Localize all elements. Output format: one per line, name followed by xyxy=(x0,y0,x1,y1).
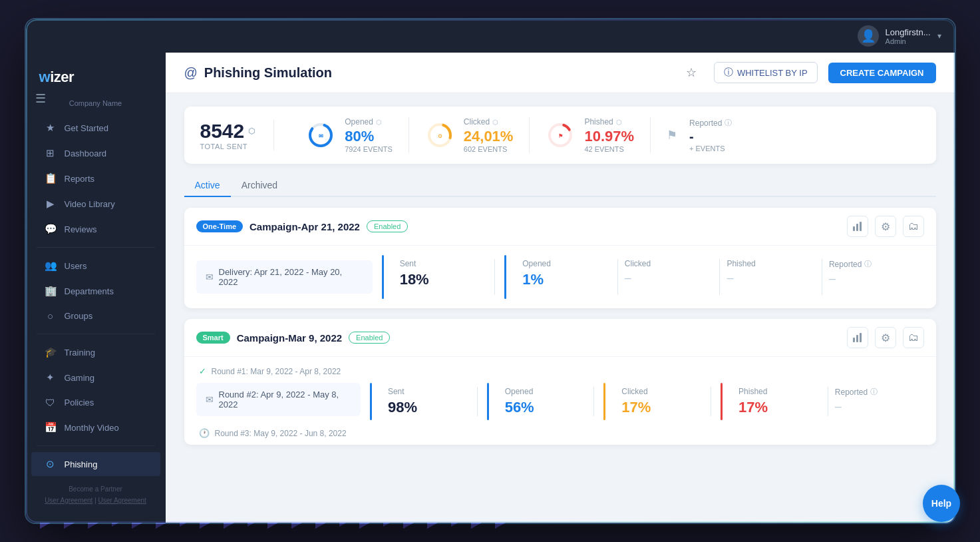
sidebar-item-label: Phishing xyxy=(65,459,98,469)
metric-clicked-2: Clicked 17% xyxy=(615,383,711,420)
sidebar-item-label: Monthly Video xyxy=(65,423,119,433)
svg-rect-10 xyxy=(856,224,858,231)
stat-opened: ✉ Opened ⬡ 80% 7924 EVENTS xyxy=(290,117,409,153)
user-agreement-link-2[interactable]: User Agreement xyxy=(98,497,146,504)
opened-ext-icon[interactable]: ⬡ xyxy=(376,119,382,126)
tab-active[interactable]: Active xyxy=(184,174,231,197)
delivery-text-1: Delivery: Apr 21, 2022 - May 20, 2022 xyxy=(219,267,363,287)
sent-label-1: Sent xyxy=(400,259,488,268)
reported-label-1: Reported ⓘ xyxy=(829,259,917,269)
round-2-delivery: ✉ Round #2: Apr 9, 2022 - May 8, 2022 xyxy=(196,383,361,420)
campaign-header-1: One-Time Campaign-Apr 21, 2022 Enabled xyxy=(184,208,936,246)
sidebar-item-reviews[interactable]: 💬 Reviews xyxy=(31,217,160,241)
reported-info-icon: ⓘ xyxy=(725,118,732,128)
metric-divider-sent-1 xyxy=(382,255,384,299)
sidebar-item-get-started[interactable]: ★ Get Started xyxy=(31,116,160,140)
campaign-card-1: One-Time Campaign-Apr 21, 2022 Enabled xyxy=(184,208,936,308)
stat-reported: ⚑ Reported ⓘ - + EVENTS xyxy=(651,118,748,152)
logo-w: w xyxy=(39,69,51,85)
opened-value-1: 1% xyxy=(522,271,611,288)
gaming-icon: ✦ xyxy=(45,372,57,384)
page-title-area: @ Phishing Simulation xyxy=(184,65,333,81)
metric-divider-sent-2 xyxy=(370,383,372,420)
round-item-3: 🕐 Round #3: May 9, 2022 - Jun 8, 2022 xyxy=(196,424,924,445)
sidebar-item-label: Get Started xyxy=(65,123,108,133)
reported-label: Reported ⓘ xyxy=(689,118,732,128)
metric-divider-opened-2 xyxy=(487,383,489,420)
hamburger-icon[interactable]: ☰ xyxy=(35,91,46,106)
users-icon: 👥 xyxy=(45,260,57,272)
reports-icon: 📋 xyxy=(45,172,57,184)
settings-button-2[interactable]: ⚙ xyxy=(875,327,896,348)
sidebar-item-departments[interactable]: 🏢 Departments xyxy=(31,279,160,303)
create-campaign-button[interactable]: CREATE CAMPAIGN xyxy=(828,63,936,83)
help-button[interactable]: Help xyxy=(923,485,960,522)
sidebar-item-phishing[interactable]: ⊙ Phishing xyxy=(31,452,160,476)
phished-label: Phished ⬡ xyxy=(584,117,634,127)
metric-divider-opened-1 xyxy=(504,255,506,299)
campaign-header-2: Smart Campaign-Mar 9, 2022 Enabled xyxy=(184,319,936,357)
star-icon: ★ xyxy=(45,122,57,134)
clicked-pct: 24,01% xyxy=(464,128,514,145)
avatar: 👤 xyxy=(858,25,879,47)
tab-archived[interactable]: Archived xyxy=(231,174,288,197)
phished-ext-icon[interactable]: ⬡ xyxy=(616,119,622,126)
envelope-icon-1: ✉ xyxy=(206,272,214,282)
delivery-row-1: ✉ Delivery: Apr 21, 2022 - May 20, 2022 xyxy=(196,260,373,294)
round-label-3: Round #3: May 9, 2022 - Jun 8, 2022 xyxy=(215,429,347,438)
separator-2c xyxy=(711,387,711,416)
metric-reported-2: Reported ⓘ – xyxy=(828,383,924,420)
sidebar-item-training[interactable]: 🎓 Training xyxy=(31,340,160,364)
stat-clicked-info: Clicked ⬡ 24,01% 602 EVENTS xyxy=(464,117,514,153)
sidebar-item-label: Reports xyxy=(65,174,95,184)
external-link-icon[interactable]: ⬡ xyxy=(248,127,255,136)
svg-rect-14 xyxy=(860,333,862,342)
clock-icon-3: 🕐 xyxy=(199,428,210,438)
campaign-actions-2: ⚙ 🗂 xyxy=(847,327,924,348)
sidebar-item-reports[interactable]: 📋 Reports xyxy=(31,166,160,190)
reported-value-2: – xyxy=(835,400,917,413)
phishing-sim-icon: @ xyxy=(184,65,198,81)
sidebar-item-label: Departments xyxy=(65,286,114,296)
info-icon-reported-2: ⓘ xyxy=(870,387,878,397)
campaign-status-1: Enabled xyxy=(367,220,408,232)
chart-button-2[interactable] xyxy=(847,327,868,348)
reported-value: - xyxy=(689,129,732,144)
main-window: 👤 Longfirstn... Admin ▾ ☰ wizer Company … xyxy=(25,18,956,524)
chart-button-1[interactable] xyxy=(847,216,868,237)
sidebar-item-monthly-video[interactable]: 📅 Monthly Video xyxy=(31,415,160,439)
sidebar-item-gaming[interactable]: ✦ Gaming xyxy=(31,366,160,390)
logo: wizer xyxy=(26,63,166,97)
content-header: @ Phishing Simulation ☆ ⓘ WHITELIST BY I… xyxy=(166,53,955,93)
separator-2a xyxy=(477,387,478,416)
sidebar-item-label: Reviews xyxy=(65,224,97,234)
archive-button-2[interactable]: 🗂 xyxy=(903,327,924,348)
metric-opened-1: Opened 1% xyxy=(516,255,617,299)
phished-events: 42 EVENTS xyxy=(584,145,634,153)
sidebar-item-label: Dashboard xyxy=(65,148,107,158)
star-bookmark-button[interactable]: ☆ xyxy=(679,61,703,85)
total-sent-section: 8542 ⬡ TOTAL SENT xyxy=(200,120,275,150)
sidebar-item-video-library[interactable]: ▶ Video Library xyxy=(31,192,160,216)
sidebar-item-groups[interactable]: ○ Groups xyxy=(31,304,160,328)
stat-opened-info: Opened ⬡ 80% 7924 EVENTS xyxy=(345,117,393,153)
delivery-section-1: ✉ Delivery: Apr 21, 2022 - May 20, 2022 xyxy=(196,255,373,299)
sidebar-item-label: Users xyxy=(65,261,87,271)
metric-opened-2: Opened 56% xyxy=(498,383,594,420)
whitelist-by-ip-button[interactable]: ⓘ WHITELIST BY IP xyxy=(714,62,818,83)
opened-label-1: Opened xyxy=(522,259,611,268)
sidebar-item-dashboard[interactable]: ⊞ Dashboard xyxy=(31,141,160,165)
archive-button-1[interactable]: 🗂 xyxy=(903,216,924,237)
clicked-ext-icon[interactable]: ⬡ xyxy=(492,119,498,126)
campaign-header-left-2: Smart Campaign-Mar 9, 2022 Enabled xyxy=(196,332,391,344)
user-agreement-link-1[interactable]: User Agreement xyxy=(45,497,92,504)
opened-events: 7924 EVENTS xyxy=(345,145,393,153)
settings-button-1[interactable]: ⚙ xyxy=(875,216,896,237)
campaign-card-2: Smart Campaign-Mar 9, 2022 Enabled xyxy=(184,319,936,445)
round-2-row[interactable]: ✉ Round #2: Apr 9, 2022 - May 8, 2022 xyxy=(196,383,361,416)
user-menu[interactable]: 👤 Longfirstn... Admin ▾ xyxy=(858,25,941,47)
stat-reported-info: Reported ⓘ - + EVENTS xyxy=(689,118,732,152)
rounds-section: ✓ Round #1: Mar 9, 2022 - Apr 8, 2022 ✉ … xyxy=(184,357,936,445)
sidebar-item-policies[interactable]: 🛡 Policies xyxy=(31,391,160,414)
sidebar-item-users[interactable]: 👥 Users xyxy=(31,254,160,278)
